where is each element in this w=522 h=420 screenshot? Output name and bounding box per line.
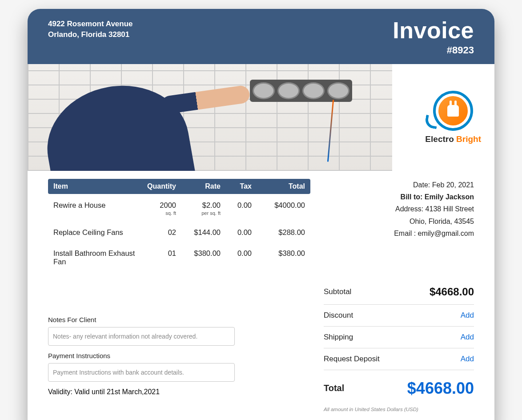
subtotal-label: Subtotal	[324, 287, 351, 296]
add-deposit-button[interactable]: Add	[461, 355, 474, 363]
cell-total: $288.00	[252, 228, 305, 237]
logo-text-part2: Bright	[456, 134, 481, 144]
add-discount-button[interactable]: Add	[461, 311, 474, 320]
shipping-label: Shipping	[324, 333, 353, 342]
th-total: Total	[252, 182, 305, 190]
payment-instructions-label: Payment Instructions	[48, 352, 310, 359]
cell-tax: 0.00	[221, 201, 252, 210]
table-header-row: Item Quantity Rate Tax Total	[48, 179, 310, 194]
cell-rate: $144.00	[176, 228, 221, 237]
left-column: Item Quantity Rate Tax Total Rewire a Ho…	[48, 179, 310, 412]
plug-bulb-icon	[433, 91, 473, 131]
discount-row: Discount Add	[324, 305, 474, 327]
currency-note: All amount in United States Dollars (USD…	[324, 407, 474, 412]
validity-line: Validity: Valid until 21st March,2021	[48, 388, 310, 396]
company-address-line1: 4922 Rosemont Avenue	[48, 19, 133, 29]
summary-block: Subtotal $4668.00 Discount Add Shipping …	[324, 279, 474, 412]
notes-section: Notes For Client Payment Instructions Va…	[48, 316, 310, 396]
company-logo: Electro Bright	[425, 91, 481, 144]
deposit-row: Request Deposit Add	[324, 348, 474, 370]
add-shipping-button[interactable]: Add	[461, 333, 474, 342]
total-label: Total	[324, 383, 344, 393]
invoice-number: #8923	[393, 44, 474, 56]
right-column: Date: Feb 20, 2021 Bill to: Emily Jackso…	[324, 179, 474, 412]
company-address: 4922 Rosemont Avenue Orlando, Florida 32…	[48, 19, 133, 40]
validity-label: Validity:	[48, 388, 74, 396]
cell-item: Replace Ceiling Fans	[53, 228, 136, 237]
invoice-body: Item Quantity Rate Tax Total Rewire a Ho…	[28, 171, 494, 420]
deposit-label: Request Deposit	[324, 355, 380, 363]
validity-value: Valid until 21st March,2021	[74, 388, 160, 396]
cell-rate: $2.00 per sq. ft	[176, 201, 221, 216]
cell-rate: $380.00	[176, 249, 221, 258]
cell-total: $380.00	[252, 249, 305, 258]
cell-item: Install Bathroom Exhaust Fan	[53, 249, 136, 266]
cell-qty: 02	[136, 228, 176, 237]
line-items-table: Item Quantity Rate Tax Total Rewire a Ho…	[48, 179, 310, 271]
cell-qty: 01	[136, 249, 176, 258]
table-row: Install Bathroom Exhaust Fan 01 $380.00 …	[48, 242, 310, 271]
shipping-row: Shipping Add	[324, 327, 474, 348]
bill-address-line2: Ohio, Florida, 43545	[324, 215, 474, 227]
invoice-date: Date: Feb 20, 2021	[324, 179, 474, 191]
cell-item: Rewire a House	[53, 201, 136, 210]
invoice-title: Invoice	[393, 19, 474, 42]
cell-tax: 0.00	[221, 249, 252, 258]
discount-label: Discount	[324, 311, 353, 320]
logo-text-part1: Electro	[425, 134, 454, 144]
th-quantity: Quantity	[136, 182, 176, 190]
bill-to: Bill to: Emily Jackson	[324, 191, 474, 203]
notes-input[interactable]	[48, 327, 235, 346]
invoice-card: 4922 Rosemont Avenue Orlando, Florida 32…	[28, 9, 494, 420]
th-item: Item	[53, 182, 136, 190]
table-row: Replace Ceiling Fans 02 $144.00 0.00 $28…	[48, 221, 310, 242]
header-bar: 4922 Rosemont Avenue Orlando, Florida 32…	[28, 9, 494, 64]
company-address-line2: Orlando, Florida 32801	[48, 29, 133, 40]
logo-text: Electro Bright	[425, 134, 481, 144]
total-row: Total $4668.00	[324, 370, 474, 404]
th-tax: Tax	[221, 182, 252, 190]
cell-total: $4000.00	[252, 201, 305, 210]
notes-label: Notes For Client	[48, 316, 310, 323]
bill-email: Email : emily@gmail.com	[324, 227, 474, 239]
subtotal-value: $4668.00	[430, 286, 474, 298]
payment-instructions-input[interactable]	[48, 363, 235, 382]
th-rate: Rate	[176, 182, 221, 190]
total-value: $4668.00	[407, 379, 474, 398]
bill-address-line1: Address: 4138 Hill Street	[324, 203, 474, 215]
electrician-figure	[45, 69, 223, 171]
invoice-title-block: Invoice #8923	[393, 19, 474, 56]
cell-qty: 2000 sq. ft	[136, 201, 176, 216]
hero-image: Electro Bright	[28, 64, 494, 171]
cell-tax: 0.00	[221, 228, 252, 237]
subtotal-row: Subtotal $4668.00	[324, 279, 474, 305]
invoice-meta: Date: Feb 20, 2021 Bill to: Emily Jackso…	[324, 179, 474, 239]
wall-outlets	[250, 80, 352, 102]
table-row: Rewire a House 2000 sq. ft $2.00 per sq.…	[48, 194, 310, 221]
